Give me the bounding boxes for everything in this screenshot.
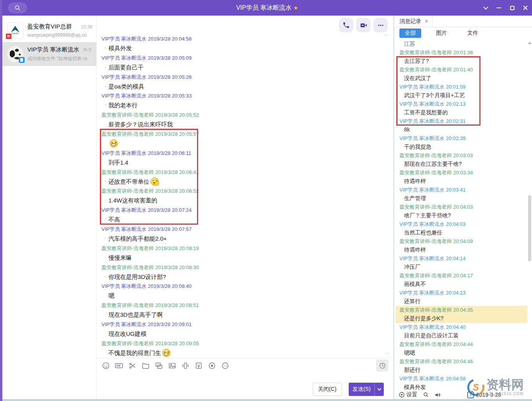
video-call-button[interactable] [356,18,371,32]
history-message-highlighted: 盈安教育讲师-浩海老师 20:04:35还是行是多少K? [395,306,527,323]
history-message: VIP学员 寒冰断流水 20:04:58模具外发 [395,374,527,392]
message-sender-time: VIP学员 寒冰断流水 2019/3/28 20:09:01 [97,320,392,329]
message-sender-time: 盈安教育讲师-浩海老师 2019/3/28 20:08:51 [97,301,392,310]
grin-emoji [110,139,118,147]
history-message: 盈安教育讲师-浩海老师 20:01:40没在武汉了 [395,66,527,83]
message-text: 嗯 [97,291,392,300]
history-sender-time: VIP学员 寒冰断流水 20:04:23 [395,289,527,297]
send-options-caret[interactable] [374,383,384,396]
search-button[interactable] [8,2,27,13]
chat-message: 盈安教育讲师-浩海老师 2019/3/28 20:06:41·还故意不带单位 [97,168,392,187]
scroll-bottom-icon[interactable]: ﹀ [385,352,390,356]
sidebar-item-group[interactable]: YAJY 旅 盈安教育VIP总群 10:38 wangxueping999999… [2,18,96,42]
history-settings-button[interactable]: 设置 [399,391,417,398]
history-sender-time: 盈安教育讲师-浩海老师 20:04:46 [395,357,527,366]
history-sender-time: 盈安教育讲师-浩海老师 20:04:44 [395,340,527,348]
message-text [97,138,392,148]
svg-text:GIF: GIF [116,364,121,367]
sidebar-item-current-chat[interactable]: VIP学员 寒冰断流水 昨天 成功接收文件 "拉伸旋切类.ra [2,42,96,66]
message-sender-time: VIP学员 寒冰断流水 2019/3/28 20:08:40 [97,282,392,291]
history-message: 盈安教育讲师-浩海老师 20:01:36去江苏了? [395,48,527,66]
message-sender-time: VIP学员 寒冰断流水 2019/3/28 20:07:24 [97,206,392,215]
chat-message: VIP学员 寒冰断流水 2019/3/28 20:05:33·我的老本行 [97,91,392,110]
chat-message: VIP学员 寒冰断流水 2019/3/28 20:07:57·汽车模的高手都能2… [97,225,392,244]
history-message: 盈安教育讲师-浩海老师 20:04:03啥厂？主要干些啥? [395,203,527,220]
message-text: 现在3D也是高手了啊 [97,310,392,319]
history-message-text: 还是行是多少K? [395,314,527,323]
gif-icon[interactable]: GIF [115,361,123,370]
history-message-text: 去江苏了? [395,57,527,66]
image-icon[interactable] [168,361,176,370]
history-sender-time: VIP学员 寒冰断流水 20:04:03 [395,220,527,228]
record-icon[interactable] [207,361,216,370]
history-message-text: 工资不是我想要的 [395,108,527,117]
message-text: ·1.4W这有啥害羞的 [97,195,392,205]
ellipsis-icon [377,21,385,29]
voice-call-button[interactable] [339,18,353,32]
red-packet-icon[interactable] [194,361,203,370]
emoji-icon[interactable] [101,361,110,370]
history-sender-time: VIP学员 寒冰断流水 20:04:14 [395,254,527,263]
history-message-text: 没在武汉了 [395,74,527,83]
minimize-button[interactable] [492,2,505,13]
more-actions-button[interactable] [373,18,388,32]
message-history-toggle-button[interactable] [376,360,388,371]
screenshot-icon[interactable] [128,361,137,370]
history-sender-time: 盈安教育讲师-浩海老师 20:04:03 [395,203,527,211]
history-sender-time: VIP学员 寒冰断流水 20:02:13 [395,100,527,108]
history-message: VIP学员 寒冰断流水 20:04:23还算行 [395,289,527,306]
scrollbar-thumb[interactable] [528,195,531,261]
contact-time: 昨天 [83,47,92,53]
history-search-button[interactable] [423,392,429,398]
tab-message-records[interactable]: 消息记录 ✕ [395,16,433,27]
contact-subtitle: wangxueping999999@qq.co [27,32,92,38]
message-sender-time: VIP学员 寒冰断流水 2019/3/28 20:04:58 [97,34,392,43]
message-sender-time: 盈安教育讲师-浩海老师 2019/3/28 20:05:52 [97,110,392,119]
maximize-button[interactable] [505,2,519,13]
filter-images[interactable]: 图片 [431,28,452,38]
shy-emoji [151,177,159,186]
message-sender-time: VIP学员 寒冰断流水 2019/3/28 20:07:57 [97,225,392,234]
history-sender-time: VIP学员 寒冰断流水 20:02:31 [395,117,527,125]
history-message: VIP学员 寒冰断流水 20:04:14冲压厂 [395,254,527,271]
file-badge-icon [19,57,25,63]
send-button[interactable]: 发送(S) [349,383,384,396]
history-sender-time: VIP学员 寒冰断流水 20:01:59 [395,83,527,91]
close-chat-button[interactable]: 关闭(C) [313,383,342,396]
filter-all[interactable]: 全部 [399,28,421,38]
history-partial-message: 江苏 [395,39,527,48]
contact-name: VIP学员 寒冰断流水 [27,46,81,53]
screen-share-icon[interactable] [154,361,163,370]
contact-name: 盈安教育VIP总群 [27,23,78,30]
scrollbar-up-arrow[interactable] [528,40,532,44]
message-text: 到手1.4 [97,158,392,167]
history-message-text: 嗯嗯 [395,348,527,357]
history-message: 盈安教育讲师-浩海老师 20:04:44嗯嗯 [395,340,527,357]
speaker-button[interactable] [434,392,441,398]
window-title: VIP学员 寒冰断流水 ★ [0,4,532,12]
collapse-button[interactable] [479,2,492,13]
chat-message: VIP学员 寒冰断流水 2019/3/28 20:07:24·不高 [97,206,392,225]
message-sender-time: 盈安教育讲师-浩海老师 2019/3/28 20:08:19 [97,244,392,253]
history-message-text: 生产管理 [395,194,527,203]
history-message-text: 干的我捉急 [395,142,527,151]
history-message-text: 武汉干了3个月项目+工艺 [395,91,527,100]
folder-icon[interactable] [141,361,150,370]
more-icon[interactable] [221,361,229,370]
message-text: ·慢慢来嘛 [97,253,392,263]
chat-message: VIP学员 寒冰断流水 2019/3/28 20:08:40嗯 [97,282,392,301]
close-button[interactable] [519,2,532,13]
message-text: 薪资多少？说出来吓吓我 [97,119,392,129]
history-message-text: 那还行 [395,366,527,374]
history-message: 盈安教育讲师-浩海老师 20:04:17画模具不 [395,271,527,289]
history-message: VIP学员 寒冰断流水 20:02:13工资不是我想要的 [395,100,527,117]
history-message: 盈安教育讲师-浩海老师 20:04:46那还行 [395,357,527,374]
close-tab-icon[interactable]: ✕ [424,18,429,24]
chat-message: 盈安教育讲师-浩海老师 2019/3/28 20:08:30·你现在是用3D设计… [97,263,392,282]
date-picker[interactable]: 7 2019-3-28 [467,392,501,398]
filter-files[interactable]: 文件 [462,28,484,38]
app-window: VIP学员 寒冰断流水 ★ YAJY 旅 盈安教育VIP总群 10:38 wan… [0,0,532,401]
shake-icon[interactable] [181,361,190,370]
message-text: ·你现在是用3D设计部? [97,272,392,282]
history-message-list: 江苏盈安教育讲师-浩海老师 20:01:36去江苏了?盈安教育讲师-浩海老师 2… [395,39,527,392]
